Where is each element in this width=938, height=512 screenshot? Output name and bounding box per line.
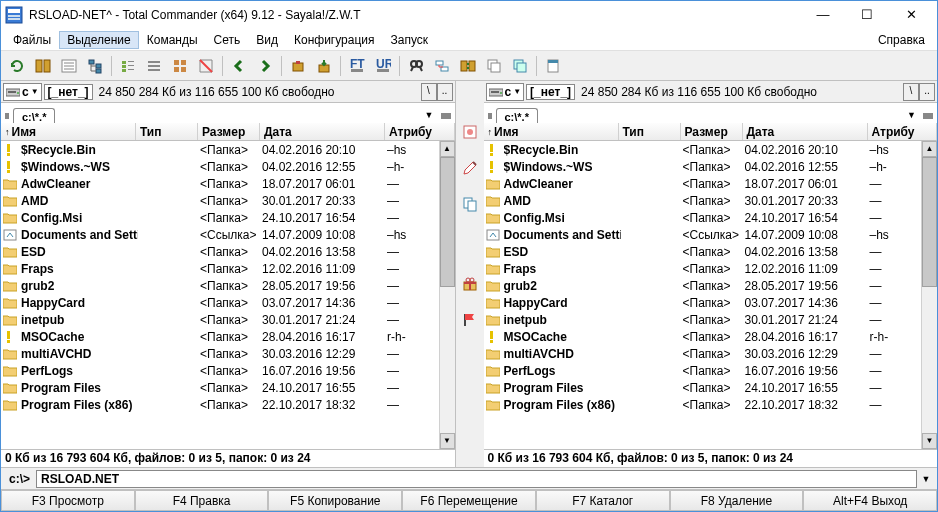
file-row[interactable]: $Recycle.Bin<Папка>04.02.2016 20:10–hs (484, 141, 938, 158)
scroll-down-button[interactable]: ▼ (440, 433, 455, 449)
col-ext[interactable]: Тип (136, 123, 198, 140)
file-row[interactable]: Program Files<Папка>24.10.2017 16:55— (1, 379, 455, 396)
f5-copy-button[interactable]: F5 Копирование (268, 490, 402, 511)
menu-config[interactable]: Конфигурация (286, 31, 383, 49)
col-name[interactable]: ↑Имя (1, 123, 136, 140)
root-button[interactable]: \ (903, 83, 919, 101)
menu-files[interactable]: Файлы (5, 31, 59, 49)
file-row[interactable]: Fraps<Папка>12.02.2016 11:09— (484, 260, 938, 277)
file-row[interactable]: $Windows.~WS<Папка>04.02.2016 12:55–h- (1, 158, 455, 175)
file-row[interactable]: inetpub<Папка>30.01.2017 21:24— (1, 311, 455, 328)
scroll-up-button[interactable]: ▲ (440, 141, 455, 157)
file-row[interactable]: grub2<Папка>28.05.2017 19:56— (1, 277, 455, 294)
file-row[interactable]: Documents and Settings<Ссылка>14.07.2009… (1, 226, 455, 243)
edit-icon[interactable] (459, 157, 481, 179)
menu-net[interactable]: Сеть (206, 31, 249, 49)
copy-icon[interactable] (459, 193, 481, 215)
hotlist-icon[interactable] (459, 121, 481, 143)
scroll-up-button[interactable]: ▲ (922, 141, 937, 157)
copy-names-icon[interactable] (482, 54, 506, 78)
drive-selector[interactable]: c ▼ (486, 83, 525, 101)
file-row[interactable]: Config.Msi<Папка>24.10.2017 16:54— (484, 209, 938, 226)
invert-icon[interactable] (194, 54, 218, 78)
search-icon[interactable] (404, 54, 428, 78)
parent-button[interactable]: .. (919, 83, 935, 101)
file-row[interactable]: ESD<Папка>04.02.2016 13:58— (1, 243, 455, 260)
tab-menu-button[interactable]: ▼ (907, 110, 919, 122)
menu-run[interactable]: Запуск (383, 31, 437, 49)
back-icon[interactable] (227, 54, 251, 78)
path-tab[interactable]: c:\*.* (13, 108, 55, 123)
menu-select[interactable]: Выделение (59, 31, 139, 49)
file-row[interactable]: AMD<Папка>30.01.2017 20:33— (1, 192, 455, 209)
tab-menu-button[interactable]: ▼ (425, 110, 437, 122)
scrollbar[interactable]: ▲ ▼ (921, 141, 937, 449)
file-row[interactable]: Program Files<Папка>24.10.2017 16:55— (484, 379, 938, 396)
scroll-thumb[interactable] (440, 157, 455, 287)
file-row[interactable]: Documents and Settings<Ссылка>14.07.2009… (484, 226, 938, 243)
file-list-right[interactable]: $Recycle.Bin<Папка>04.02.2016 20:10–hs$W… (484, 141, 938, 449)
f8-delete-button[interactable]: F8 Удаление (670, 490, 804, 511)
f7-mkdir-button[interactable]: F7 Каталог (536, 490, 670, 511)
gift-icon[interactable] (459, 273, 481, 295)
root-button[interactable]: \ (421, 83, 437, 101)
file-row[interactable]: PerfLogs<Папка>16.07.2016 19:56— (1, 362, 455, 379)
command-history-button[interactable]: ▼ (919, 474, 933, 484)
list-icon[interactable] (57, 54, 81, 78)
scrollbar[interactable]: ▲ ▼ (439, 141, 455, 449)
tree-icon[interactable] (83, 54, 107, 78)
brief-icon[interactable] (116, 54, 140, 78)
file-row[interactable]: MSOCache<Папка>28.04.2016 16:17r-h- (484, 328, 938, 345)
drive-selector[interactable]: c ▼ (3, 83, 42, 101)
refresh-icon[interactable] (5, 54, 29, 78)
col-size[interactable]: Размер (681, 123, 743, 140)
rename-icon[interactable] (430, 54, 454, 78)
file-row[interactable]: Program Files (x86)<Папка>22.10.2017 18:… (484, 396, 938, 413)
panes-icon[interactable] (31, 54, 55, 78)
col-date[interactable]: Дата (260, 123, 385, 140)
command-input[interactable] (36, 470, 917, 488)
file-row[interactable]: Config.Msi<Папка>24.10.2017 16:54— (1, 209, 455, 226)
unpack-icon[interactable] (312, 54, 336, 78)
close-button[interactable]: ✕ (889, 4, 933, 26)
file-row[interactable]: Fraps<Папка>12.02.2016 11:09— (1, 260, 455, 277)
file-row[interactable]: MSOCache<Папка>28.04.2016 16:17r-h- (1, 328, 455, 345)
file-row[interactable]: HappyCard<Папка>03.07.2017 14:36— (484, 294, 938, 311)
menu-help[interactable]: Справка (870, 31, 933, 49)
file-row[interactable]: HappyCard<Папка>03.07.2017 14:36— (1, 294, 455, 311)
url-icon[interactable]: URL (371, 54, 395, 78)
parent-button[interactable]: .. (437, 83, 453, 101)
col-attr[interactable]: Атрибу (385, 123, 455, 140)
copy-path-icon[interactable] (508, 54, 532, 78)
menu-commands[interactable]: Команды (139, 31, 206, 49)
file-row[interactable]: multiAVCHD<Папка>30.03.2016 12:29— (1, 345, 455, 362)
file-row[interactable]: inetpub<Папка>30.01.2017 21:24— (484, 311, 938, 328)
col-date[interactable]: Дата (743, 123, 868, 140)
file-row[interactable]: $Recycle.Bin<Папка>04.02.2016 20:10–hs (1, 141, 455, 158)
scroll-thumb[interactable] (922, 157, 937, 287)
file-row[interactable]: AMD<Папка>30.01.2017 20:33— (484, 192, 938, 209)
f6-move-button[interactable]: F6 Перемещение (402, 490, 536, 511)
maximize-button[interactable]: ☐ (845, 4, 889, 26)
path-tab[interactable]: c:\*.* (496, 108, 538, 123)
ftp-icon[interactable]: FTP (345, 54, 369, 78)
col-ext[interactable]: Тип (619, 123, 681, 140)
file-row[interactable]: grub2<Папка>28.05.2017 19:56— (484, 277, 938, 294)
col-name[interactable]: ↑Имя (484, 123, 619, 140)
forward-icon[interactable] (253, 54, 277, 78)
flag-icon[interactable] (459, 309, 481, 331)
menu-view[interactable]: Вид (248, 31, 286, 49)
altf4-exit-button[interactable]: Alt+F4 Выход (803, 490, 937, 511)
minimize-button[interactable]: — (801, 4, 845, 26)
col-attr[interactable]: Атрибу (868, 123, 938, 140)
col-size[interactable]: Размер (198, 123, 260, 140)
file-list-left[interactable]: $Recycle.Bin<Папка>04.02.2016 20:10–hs$W… (1, 141, 455, 449)
file-row[interactable]: AdwCleaner<Папка>18.07.2017 06:01— (484, 175, 938, 192)
file-row[interactable]: ESD<Папка>04.02.2016 13:58— (484, 243, 938, 260)
file-row[interactable]: PerfLogs<Папка>16.07.2016 19:56— (484, 362, 938, 379)
notepad-icon[interactable] (541, 54, 565, 78)
full-icon[interactable] (142, 54, 166, 78)
file-row[interactable]: Program Files (x86)<Папка>22.10.2017 18:… (1, 396, 455, 413)
thumbs-icon[interactable] (168, 54, 192, 78)
file-row[interactable]: AdwCleaner<Папка>18.07.2017 06:01— (1, 175, 455, 192)
